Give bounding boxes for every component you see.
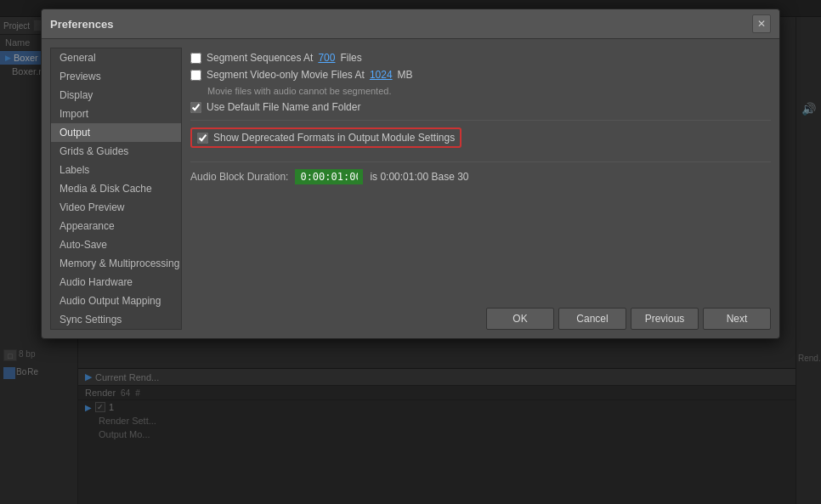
sidebar-item-labels[interactable]: Labels bbox=[51, 161, 181, 179]
use-default-row: Use Default File Name and Folder bbox=[190, 101, 771, 113]
show-deprecated-label: Show Deprecated Formats in Output Module… bbox=[213, 132, 455, 144]
sidebar-item-audio-output-mapping[interactable]: Audio Output Mapping bbox=[51, 292, 181, 310]
close-button[interactable]: ✕ bbox=[752, 14, 771, 33]
sidebar-item-display[interactable]: Display bbox=[51, 86, 181, 105]
segment-sequences-suffix: Files bbox=[340, 52, 361, 64]
previous-button[interactable]: Previous bbox=[631, 308, 699, 330]
preferences-dialog: Preferences ✕ General Previews Display I… bbox=[41, 8, 780, 339]
sidebar-item-video-preview[interactable]: Video Preview bbox=[51, 198, 181, 217]
audio-block-row: Audio Block Duration: is 0:00:01:00 Base… bbox=[190, 169, 771, 184]
sidebar-item-grids-guides[interactable]: Grids & Guides bbox=[51, 142, 181, 161]
separator-2 bbox=[190, 161, 771, 162]
sidebar-item-previews[interactable]: Previews bbox=[51, 67, 181, 86]
ok-button[interactable]: OK bbox=[486, 308, 554, 330]
dialog-title-bar: Preferences ✕ bbox=[42, 9, 779, 39]
sidebar-item-auto-save[interactable]: Auto-Save bbox=[51, 235, 181, 254]
sidebar-item-memory-multiprocessing[interactable]: Memory & Multiprocessing bbox=[51, 254, 181, 273]
audio-block-label: Audio Block Duration: bbox=[190, 171, 288, 183]
segment-sequences-value[interactable]: 700 bbox=[318, 52, 335, 64]
separator-1 bbox=[190, 120, 771, 121]
sidebar-item-media-disk-cache[interactable]: Media & Disk Cache bbox=[51, 179, 181, 198]
sidebar-item-output[interactable]: Output bbox=[51, 123, 181, 142]
dialog-overlay: Preferences ✕ General Previews Display I… bbox=[0, 0, 821, 504]
show-deprecated-row: Show Deprecated Formats in Output Module… bbox=[190, 127, 461, 148]
segment-sequences-label: Segment Sequences At bbox=[207, 52, 313, 64]
segment-sequences-row: Segment Sequences At 700 Files bbox=[190, 52, 771, 64]
next-button[interactable]: Next bbox=[703, 308, 771, 330]
sidebar-item-appearance[interactable]: Appearance bbox=[51, 217, 181, 235]
dialog-body: General Previews Display Import Output G… bbox=[42, 39, 779, 338]
segment-sequences-checkbox[interactable] bbox=[190, 53, 201, 64]
audio-block-timecode[interactable] bbox=[295, 169, 363, 184]
sidebar: General Previews Display Import Output G… bbox=[50, 48, 182, 330]
content-area: Segment Sequences At 700 Files Segment V… bbox=[190, 48, 771, 297]
sidebar-item-sync-settings[interactable]: Sync Settings bbox=[51, 310, 181, 329]
audio-block-info: is 0:00:01:00 Base 30 bbox=[370, 171, 468, 183]
sidebar-item-import[interactable]: Import bbox=[51, 105, 181, 123]
segment-video-value[interactable]: 1024 bbox=[370, 69, 393, 81]
dialog-title: Preferences bbox=[50, 18, 113, 31]
buttons-row: OK Cancel Previous Next bbox=[190, 303, 771, 330]
sidebar-item-general[interactable]: General bbox=[51, 48, 181, 67]
use-default-checkbox[interactable] bbox=[190, 102, 201, 113]
segment-video-row: Segment Video-only Movie Files At 1024 M… bbox=[190, 69, 771, 81]
sidebar-item-audio-hardware[interactable]: Audio Hardware bbox=[51, 273, 181, 292]
show-deprecated-container: Show Deprecated Formats in Output Module… bbox=[190, 127, 771, 155]
segment-note: Movie files with audio cannot be segment… bbox=[207, 86, 771, 96]
show-deprecated-checkbox[interactable] bbox=[197, 133, 208, 144]
main-content: Segment Sequences At 700 Files Segment V… bbox=[190, 48, 771, 330]
segment-video-checkbox[interactable] bbox=[190, 70, 201, 81]
cancel-button[interactable]: Cancel bbox=[558, 308, 626, 330]
segment-video-label: Segment Video-only Movie Files At bbox=[207, 69, 365, 81]
segment-video-suffix: MB bbox=[398, 69, 413, 81]
use-default-label: Use Default File Name and Folder bbox=[207, 101, 360, 113]
